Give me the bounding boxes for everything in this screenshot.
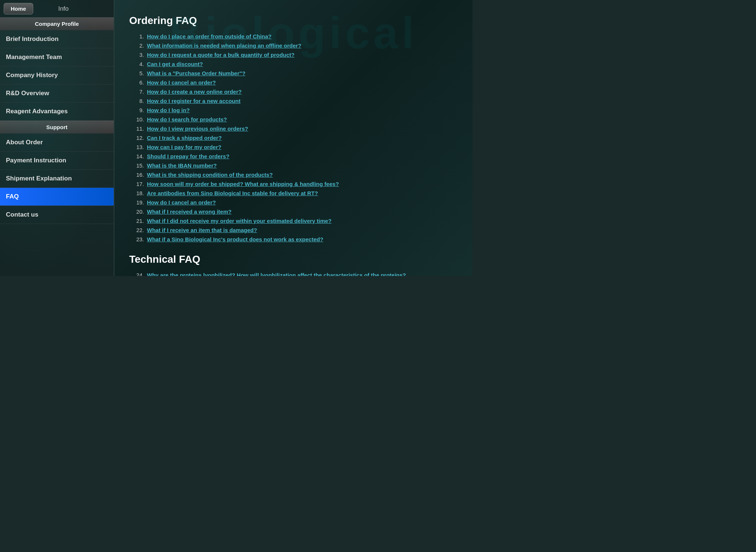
ordering-faq-item: 19.How do I cancel an order? bbox=[133, 199, 458, 206]
faq-link[interactable]: Should I prepay for the orders? bbox=[147, 153, 229, 159]
technical-faq-list: 24.Why are the proteins lyophilized? How… bbox=[133, 272, 458, 276]
home-button[interactable]: Home bbox=[4, 3, 33, 14]
faq-link[interactable]: How do I register for a new account bbox=[147, 98, 240, 104]
sidebar-item-reagent-advantages[interactable]: Reagent Advantages bbox=[0, 103, 114, 121]
faq-link[interactable]: What if I did not receive my order withi… bbox=[147, 218, 331, 224]
ordering-faq-item: 13.How can I pay for my order? bbox=[133, 144, 458, 150]
ordering-faq-item: 8.How do I register for a new account bbox=[133, 98, 458, 104]
faq-link[interactable]: How do I log in? bbox=[147, 107, 190, 113]
company-profile-header: Company Profile bbox=[0, 17, 114, 30]
sidebar-item-management-team[interactable]: Management Team bbox=[0, 48, 114, 66]
faq-link[interactable]: What if I received a wrong item? bbox=[147, 208, 231, 215]
faq-link[interactable]: What is the shipping condition of the pr… bbox=[147, 172, 273, 178]
top-nav: Home Info bbox=[0, 0, 114, 17]
sidebar-item-about-order[interactable]: About Order bbox=[0, 134, 114, 152]
faq-link[interactable]: What if I receive an item that is damage… bbox=[147, 227, 257, 233]
faq-link[interactable]: Why are the proteins lyophilized? How wi… bbox=[147, 272, 406, 276]
faq-link[interactable]: How soon will my order be shipped? What … bbox=[147, 181, 339, 187]
ordering-faq-item: 2.What information is needed when placin… bbox=[133, 42, 458, 49]
ordering-faq-item: 20.What if I received a wrong item? bbox=[133, 208, 458, 215]
ordering-faq-item: 6.How do I cancel an order? bbox=[133, 79, 458, 86]
faq-link[interactable]: How do I place an order from outside of … bbox=[147, 33, 272, 39]
ordering-faq-item: 21.What if I did not receive my order wi… bbox=[133, 218, 458, 224]
ordering-faq-item: 22.What if I receive an item that is dam… bbox=[133, 227, 458, 233]
sidebar-item-faq[interactable]: FAQ bbox=[0, 188, 114, 206]
sidebar-item-rd-overview[interactable]: R&D Overview bbox=[0, 84, 114, 103]
faq-link[interactable]: What if a Sino Biological Inc's product … bbox=[147, 236, 323, 242]
ordering-faq-item: 17.How soon will my order be shipped? Wh… bbox=[133, 181, 458, 187]
ordering-faq-item: 12.Can I track a shipped order? bbox=[133, 135, 458, 141]
technical-faq-item: 24.Why are the proteins lyophilized? How… bbox=[133, 272, 458, 276]
ordering-faq-item: 5.What is a "Purchase Order Number"? bbox=[133, 70, 458, 76]
sidebar-item-company-history[interactable]: Company History bbox=[0, 66, 114, 84]
ordering-faq-item: 7.How do I create a new online order? bbox=[133, 89, 458, 95]
support-header: Support bbox=[0, 121, 114, 134]
info-label: Info bbox=[58, 5, 69, 13]
sidebar-item-brief-introduction[interactable]: Brief Introduction bbox=[0, 30, 114, 48]
sidebar-item-shipment-explanation[interactable]: Shipment Explanation bbox=[0, 170, 114, 188]
faq-link[interactable]: How do I create a new online order? bbox=[147, 89, 242, 95]
ordering-faq-item: 14.Should I prepay for the orders? bbox=[133, 153, 458, 159]
faq-link[interactable]: What is the IBAN number? bbox=[147, 162, 217, 169]
ordering-faq-item: 18.Are antibodies from Sino Biological I… bbox=[133, 190, 458, 196]
faq-link[interactable]: What information is needed when placing … bbox=[147, 42, 301, 49]
sidebar: Home Info Company Profile Brief Introduc… bbox=[0, 0, 114, 276]
ordering-faq-item: 23.What if a Sino Biological Inc's produ… bbox=[133, 236, 458, 242]
faq-link[interactable]: Can I get a discount? bbox=[147, 61, 203, 67]
faq-link[interactable]: How can I pay for my order? bbox=[147, 144, 221, 150]
faq-link[interactable]: Can I track a shipped order? bbox=[147, 135, 222, 141]
ordering-faq-item: 15.What is the IBAN number? bbox=[133, 162, 458, 169]
ordering-faq-title: Ordering FAQ bbox=[129, 15, 458, 27]
faq-link[interactable]: How do I view previous online orders? bbox=[147, 125, 248, 132]
faq-link[interactable]: What is a "Purchase Order Number"? bbox=[147, 70, 245, 76]
faq-link[interactable]: How do I search for products? bbox=[147, 116, 227, 123]
ordering-faq-item: 10.How do I search for products? bbox=[133, 116, 458, 123]
ordering-faq-item: 4.Can I get a discount? bbox=[133, 61, 458, 67]
ordering-faq-item: 9.How do I log in? bbox=[133, 107, 458, 113]
ordering-faq-list: 1.How do I place an order from outside o… bbox=[133, 33, 458, 242]
ordering-faq-item: 3.How do I request a quote for a bulk qu… bbox=[133, 52, 458, 58]
sidebar-item-contact-us[interactable]: Contact us bbox=[0, 206, 114, 224]
main-content: Ordering FAQ 1.How do I place an order f… bbox=[114, 0, 472, 276]
ordering-faq-item: 16.What is the shipping condition of the… bbox=[133, 172, 458, 178]
ordering-faq-item: 11.How do I view previous online orders? bbox=[133, 125, 458, 132]
technical-faq-title: Technical FAQ bbox=[129, 253, 458, 265]
faq-link[interactable]: Are antibodies from Sino Biological Inc … bbox=[147, 190, 318, 196]
ordering-faq-item: 1.How do I place an order from outside o… bbox=[133, 33, 458, 39]
sidebar-item-payment-instruction[interactable]: Payment Instruction bbox=[0, 152, 114, 170]
faq-link[interactable]: How do I cancel an order? bbox=[147, 79, 216, 86]
faq-link[interactable]: How do I request a quote for a bulk quan… bbox=[147, 52, 295, 58]
faq-link[interactable]: How do I cancel an order? bbox=[147, 199, 216, 206]
